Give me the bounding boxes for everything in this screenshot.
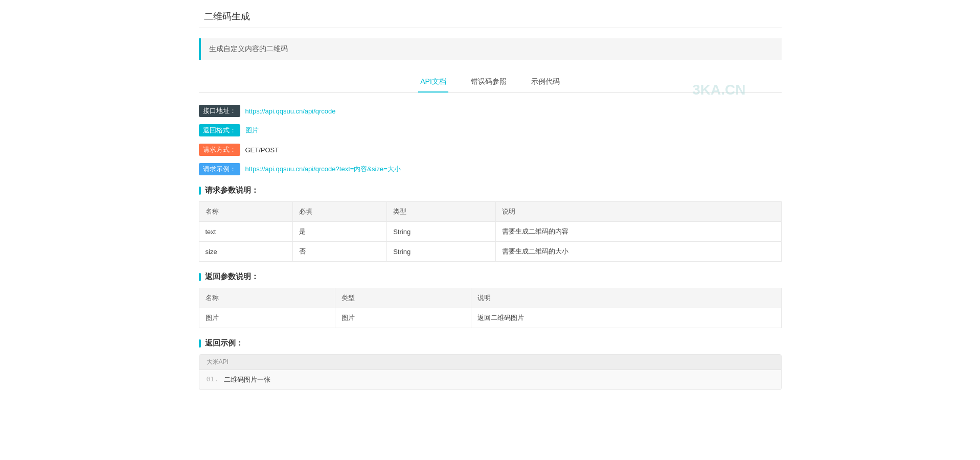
return-params-title: 返回参数说明： <box>199 272 782 282</box>
col-desc: 说明 <box>495 202 781 222</box>
param-desc: 需要生成二维码的大小 <box>495 242 781 262</box>
request-method-value: GET/POST <box>245 146 279 154</box>
return-params-header-row: 名称 类型 说明 <box>199 288 781 308</box>
page-title: 二维码生成 <box>199 10 250 22</box>
table-row: 图片 图片 返回二维码图片 <box>199 308 781 328</box>
request-example-badge: 请求示例： <box>199 163 240 175</box>
tabs-container: API文档 错误码参照 示例代码 <box>199 72 782 93</box>
description-bar: 生成自定义内容的二维码 <box>199 38 782 60</box>
line-number: 01. <box>207 375 219 384</box>
endpoint-badge: 接口地址： <box>199 105 240 117</box>
page-header: 二维码生成 <box>199 10 782 28</box>
request-method-row: 请求方式： GET/POST <box>199 144 782 156</box>
request-params-table: 名称 必填 类型 说明 text 是 String 需要生成二维码的内容 siz… <box>199 201 782 262</box>
param-required: 否 <box>293 242 387 262</box>
ret-type: 图片 <box>335 308 471 328</box>
param-type: String <box>387 222 496 242</box>
code-line: 01. 二维码图片一张 <box>207 375 774 384</box>
line-content: 二维码图片一张 <box>224 375 270 384</box>
param-desc: 需要生成二维码的内容 <box>495 222 781 242</box>
param-required: 是 <box>293 222 387 242</box>
return-example-title: 返回示例： <box>199 338 782 348</box>
return-format-badge: 返回格式： <box>199 124 240 136</box>
tab-api-doc[interactable]: API文档 <box>418 72 448 93</box>
table-row: size 否 String 需要生成二维码的大小 <box>199 242 781 262</box>
table-row: text 是 String 需要生成二维码的内容 <box>199 222 781 242</box>
param-type: String <box>387 242 496 262</box>
request-params-header-row: 名称 必填 类型 说明 <box>199 202 781 222</box>
col-name: 名称 <box>199 202 293 222</box>
tab-example-code[interactable]: 示例代码 <box>529 72 562 93</box>
description-text: 生成自定义内容的二维码 <box>209 44 288 53</box>
code-title: 大米API <box>199 355 781 370</box>
endpoint-row: 接口地址： https://api.qqsuu.cn/api/qrcode <box>199 105 782 117</box>
ret-desc: 返回二维码图片 <box>471 308 781 328</box>
param-name: text <box>199 222 293 242</box>
code-block: 大米API 01. 二维码图片一张 <box>199 354 782 390</box>
return-format-row: 返回格式： 图片 <box>199 124 782 136</box>
request-method-badge: 请求方式： <box>199 144 240 156</box>
code-body: 01. 二维码图片一张 <box>199 370 781 389</box>
return-format-value[interactable]: 图片 <box>245 126 259 135</box>
ret-name: 图片 <box>199 308 335 328</box>
param-name: size <box>199 242 293 262</box>
request-params-title: 请求参数说明： <box>199 186 782 195</box>
tab-error-code[interactable]: 错误码参照 <box>469 72 509 93</box>
return-params-table: 名称 类型 说明 图片 图片 返回二维码图片 <box>199 288 782 328</box>
col-required: 必填 <box>293 202 387 222</box>
endpoint-url[interactable]: https://api.qqsuu.cn/api/qrcode <box>245 107 336 115</box>
request-example-url[interactable]: https://api.qqsuu.cn/api/qrcode?text=内容&… <box>245 165 401 174</box>
request-example-row: 请求示例： https://api.qqsuu.cn/api/qrcode?te… <box>199 163 782 175</box>
ret-col-name: 名称 <box>199 288 335 308</box>
col-type: 类型 <box>387 202 496 222</box>
ret-col-desc: 说明 <box>471 288 781 308</box>
ret-col-type: 类型 <box>335 288 471 308</box>
